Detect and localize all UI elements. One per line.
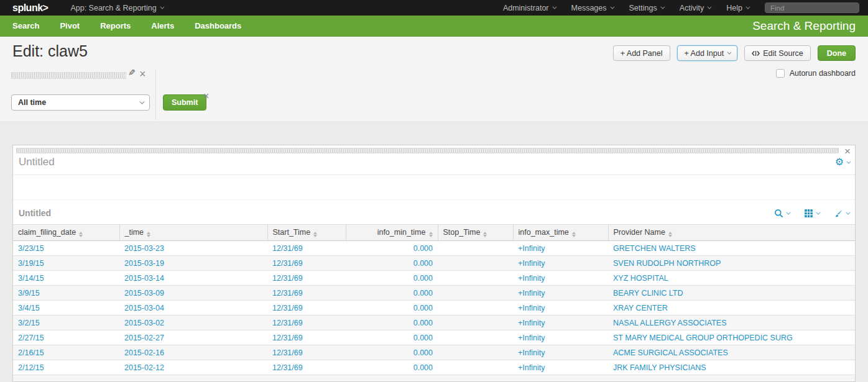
cell-value-link[interactable]: NASAL ALLERGY ASSOCIATES (613, 319, 727, 327)
cell-value-link[interactable]: 12/31/69 (272, 289, 303, 298)
dashboard-label-placeholder[interactable] (11, 72, 126, 79)
done-button[interactable]: Done (818, 45, 856, 61)
cell-value-link[interactable]: 2/12/15 (18, 363, 44, 372)
column-header-claim-filing-date[interactable]: claim_filing_date (13, 225, 119, 241)
tab-alerts[interactable]: Alerts (151, 21, 174, 30)
cell-value-link[interactable]: 12/31/69 (272, 319, 303, 327)
time-range-picker[interactable]: All time (11, 94, 150, 111)
add-input-label: + Add Input (685, 49, 724, 58)
cell-value-link[interactable]: 3/23/15 (18, 244, 44, 253)
cell-value-link[interactable]: 12/31/69 (272, 244, 303, 253)
tab-search[interactable]: Search (12, 21, 39, 30)
table-cell: 2015-03-04 (119, 301, 267, 316)
column-header-time[interactable]: _time (119, 225, 267, 241)
cell-value-link[interactable]: 3/4/15 (18, 304, 40, 312)
cell-value-link[interactable]: 0.000 (413, 289, 433, 298)
column-header-info-max-time[interactable]: info_max_time (513, 225, 608, 241)
visualization-type-menu[interactable] (804, 209, 819, 218)
cell-value-link[interactable]: 0.000 (413, 304, 433, 312)
panel-title[interactable]: Untitled (19, 156, 55, 168)
cell-value-link[interactable]: 2015-03-19 (124, 259, 164, 268)
cell-value-link[interactable]: 2015-03-23 (124, 244, 164, 253)
tab-reports[interactable]: Reports (100, 21, 131, 30)
cell-value-link[interactable]: +Infinity (518, 304, 545, 312)
menu-settings[interactable]: Settings (629, 4, 663, 12)
cell-value-link[interactable]: +Infinity (518, 244, 545, 253)
cell-value-link[interactable]: ACME SURGICAL ASSOCIATES (613, 348, 728, 357)
menu-help[interactable]: Help (726, 4, 749, 12)
cell-value-link[interactable]: BEARY CLINIC LTD (613, 289, 683, 298)
cell-value-link[interactable]: ST MARY MEDICAL GROUP ORTHOPEDIC SURG (613, 334, 793, 342)
submit-button[interactable]: Submit (163, 94, 206, 111)
cell-value-link[interactable]: 0.000 (413, 334, 433, 342)
cell-value-link[interactable]: 3/14/15 (18, 274, 44, 283)
format-menu[interactable] (834, 209, 849, 218)
cell-value-link[interactable]: 2015-03-14 (124, 274, 164, 283)
edit-pencil-icon[interactable]: ✎ (128, 68, 136, 78)
cell-value-link[interactable]: 2/27/15 (18, 334, 44, 342)
cell-value-link[interactable]: 0.000 (413, 244, 433, 253)
cell-value-link[interactable]: 12/31/69 (272, 334, 303, 342)
app-menu[interactable]: App: Search & Reporting (70, 4, 162, 12)
cell-value-link[interactable]: 3/2/15 (18, 319, 40, 327)
cell-value-link[interactable]: 0.000 (413, 363, 433, 372)
table-cell: +Infinity (513, 330, 608, 345)
cell-value-link[interactable]: XYZ HOSPITAL (613, 274, 668, 283)
element-title[interactable]: Untitled (19, 208, 51, 218)
cell-value-link[interactable]: 12/31/69 (272, 348, 303, 357)
cell-value-link[interactable]: 2015-02-12 (124, 363, 164, 372)
cell-value-link[interactable]: 12/31/69 (272, 259, 303, 268)
remove-submit-icon[interactable]: × (203, 91, 209, 101)
cell-value-link[interactable]: 2/16/15 (18, 348, 44, 357)
autorun-toggle[interactable]: Autorun dashboard (776, 69, 856, 78)
cell-value-link[interactable]: JRK FAMILY PHYSICIANS (613, 363, 706, 372)
add-panel-button[interactable]: + Add Panel (613, 45, 670, 61)
cell-value-link[interactable]: 12/31/69 (272, 304, 303, 312)
cell-value-link[interactable]: +Infinity (518, 348, 545, 357)
menu-messages[interactable]: Messages (571, 4, 613, 12)
add-input-button[interactable]: + Add Input (677, 45, 738, 61)
search-menu[interactable] (774, 209, 789, 218)
cell-value-link[interactable]: 2015-03-04 (124, 304, 164, 312)
chevron-down-icon (746, 5, 750, 9)
tab-dashboards[interactable]: Dashboards (195, 21, 241, 30)
cell-value-link[interactable]: +Infinity (518, 274, 545, 283)
autorun-checkbox[interactable] (776, 69, 785, 78)
panel-description-space (13, 175, 855, 200)
cell-value-link[interactable]: +Infinity (518, 363, 545, 372)
cell-value-link[interactable]: SVEN RUDOLPH NORTHROP (613, 259, 721, 268)
cell-value-link[interactable]: +Infinity (518, 289, 545, 298)
cell-value-link[interactable]: 2015-03-02 (124, 319, 164, 327)
tab-pivot[interactable]: Pivot (60, 21, 80, 30)
panel-drag-handle[interactable] (16, 148, 839, 153)
cell-value-link[interactable]: 3/9/15 (18, 289, 40, 298)
cell-value-link[interactable]: 3/19/15 (18, 259, 44, 268)
cell-value-link[interactable]: 0.000 (413, 274, 433, 283)
cell-value-link[interactable]: XRAY CENTER (613, 304, 668, 312)
cell-value-link[interactable]: 12/31/69 (272, 363, 303, 372)
column-header-stop-time[interactable]: Stop_Time (438, 225, 513, 241)
cell-value-link[interactable]: 0.000 (413, 348, 433, 357)
remove-label-icon[interactable]: × (139, 68, 146, 80)
cell-value-link[interactable]: 12/31/69 (272, 274, 303, 283)
cell-value-link[interactable]: 2015-02-27 (124, 334, 164, 342)
find-input[interactable] (765, 2, 859, 13)
panel-settings-menu[interactable]: ⚙ (835, 157, 849, 167)
menu-activity[interactable]: Activity (680, 4, 711, 12)
column-header-start-time[interactable]: Start_Time (267, 225, 346, 241)
panel-close-icon[interactable]: × (844, 146, 851, 157)
cell-value-link[interactable]: 2015-02-16 (124, 348, 164, 357)
cell-value-link[interactable]: GRETCHEN WALTERS (613, 244, 696, 253)
column-header-info-min-time[interactable]: info_min_time (346, 225, 438, 241)
cell-value-link[interactable]: +Infinity (518, 319, 545, 327)
cell-value-link[interactable]: +Infinity (518, 259, 545, 268)
table-cell: 3/2/15 (13, 316, 119, 330)
column-header-provider-name[interactable]: Provider Name (608, 225, 855, 241)
cell-value-link[interactable]: 0.000 (413, 319, 433, 327)
cell-value-link[interactable]: 2015-03-09 (124, 289, 164, 298)
cell-value-link[interactable]: +Infinity (518, 334, 545, 342)
edit-source-button[interactable]: Edit Source (744, 45, 811, 61)
menu-administrator[interactable]: Administrator (503, 4, 555, 12)
cell-value-link[interactable]: 0.000 (413, 259, 433, 268)
table-cell: 0.000 (346, 256, 438, 271)
